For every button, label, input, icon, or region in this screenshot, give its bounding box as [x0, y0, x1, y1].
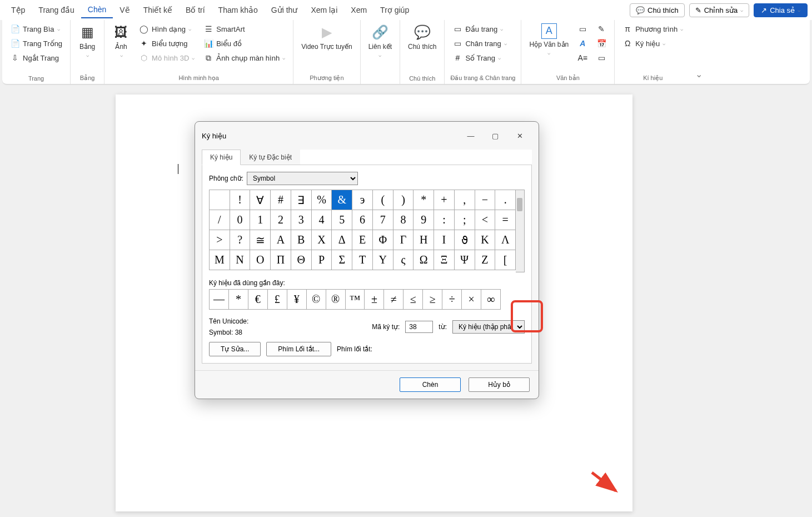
- symbol-cell[interactable]: 2: [271, 210, 291, 230]
- tab-insert[interactable]: Chèn: [81, 2, 113, 18]
- symbol-cell[interactable]: .: [495, 190, 516, 210]
- recent-symbol-cell[interactable]: ÷: [442, 290, 462, 310]
- quickparts-button[interactable]: ▭: [575, 22, 590, 36]
- shapes-button[interactable]: ◯Hình dạng: [137, 22, 197, 36]
- screenshot-button[interactable]: ⧉Ảnh chụp màn hình: [201, 51, 287, 64]
- symbol-cell[interactable]: 5: [332, 210, 352, 230]
- symbol-cell[interactable]: 6: [352, 210, 373, 230]
- from-select[interactable]: Ký hiệu (thập phân): [452, 320, 525, 334]
- symbol-cell[interactable]: *: [414, 190, 434, 210]
- recent-symbol-cell[interactable]: ≤: [403, 290, 423, 310]
- symbol-cell[interactable]: 0: [230, 210, 251, 230]
- symbol-button[interactable]: ΩKý hiệu: [620, 37, 685, 50]
- share-button[interactable]: ↗Chia sẻ: [754, 3, 808, 17]
- comment-button[interactable]: 💬Chú thích: [406, 22, 439, 52]
- symbol-cell[interactable]: Ξ: [434, 250, 455, 270]
- recent-symbol-cell[interactable]: ™: [346, 290, 365, 310]
- symbol-cell[interactable]: ,: [455, 190, 475, 210]
- symbol-cell[interactable]: Ν: [230, 250, 251, 270]
- wordart-button[interactable]: A: [575, 37, 590, 50]
- recent-symbol-cell[interactable]: ≥: [423, 290, 442, 310]
- page-break-button[interactable]: ⇩Ngắt Trang: [8, 51, 64, 64]
- symbol-cell[interactable]: Η: [414, 230, 434, 250]
- maximize-button[interactable]: ▢: [483, 127, 507, 144]
- symbol-cell[interactable]: ;: [455, 210, 475, 230]
- symbol-cell[interactable]: %: [312, 190, 332, 210]
- symbol-cell[interactable]: [: [495, 250, 516, 270]
- symbol-cell[interactable]: Ρ: [312, 250, 332, 270]
- symbol-scrollbar[interactable]: [516, 190, 525, 272]
- recent-symbol-cell[interactable]: —: [210, 290, 229, 310]
- symbol-cell[interactable]: ≅: [250, 230, 271, 250]
- object-button[interactable]: ▭: [594, 51, 609, 64]
- recent-symbol-cell[interactable]: ≠: [384, 290, 403, 310]
- tab-symbols[interactable]: Ký hiệu: [202, 150, 241, 165]
- cancel-button[interactable]: Hủy bỏ: [469, 377, 530, 392]
- symbol-cell[interactable]: !: [230, 190, 251, 210]
- icons-button[interactable]: ✦Biểu tượng: [137, 37, 197, 50]
- symbol-cell[interactable]: [210, 190, 230, 210]
- equation-button[interactable]: πPhương trình: [620, 22, 685, 36]
- link-button[interactable]: 🔗Liên kết: [366, 22, 394, 59]
- datetime-button[interactable]: 📅: [594, 37, 609, 50]
- symbol-cell[interactable]: Μ: [210, 250, 230, 270]
- insert-button[interactable]: Chèn: [400, 377, 461, 392]
- tab-design[interactable]: Thiết kế: [137, 2, 179, 18]
- symbol-cell[interactable]: Θ: [291, 250, 312, 270]
- recent-symbol-cell[interactable]: ¥: [287, 290, 307, 310]
- dropcap-button[interactable]: A≡: [575, 51, 590, 64]
- symbol-cell[interactable]: Φ: [373, 230, 393, 250]
- close-button[interactable]: ✕: [507, 127, 532, 144]
- symbol-cell[interactable]: :: [434, 210, 455, 230]
- symbol-cell[interactable]: 8: [393, 210, 414, 230]
- smartart-button[interactable]: ☰SmartArt: [201, 22, 287, 36]
- symbol-cell[interactable]: Β: [291, 230, 312, 250]
- symbol-cell[interactable]: Γ: [393, 230, 414, 250]
- recent-symbol-cell[interactable]: *: [229, 290, 248, 310]
- symbol-cell[interactable]: (: [373, 190, 393, 210]
- recent-symbol-cell[interactable]: ×: [462, 290, 481, 310]
- ribbon-collapse[interactable]: ⌄: [691, 20, 706, 84]
- chart-button[interactable]: 📊Biểu đồ: [201, 37, 287, 50]
- symbol-cell[interactable]: 1: [250, 210, 271, 230]
- symbol-cell[interactable]: Ω: [414, 250, 434, 270]
- comments-button[interactable]: 💬Chú thích: [630, 3, 685, 17]
- 3dmodels-button[interactable]: ⬡Mô hình 3D: [137, 51, 197, 64]
- symbol-cell[interactable]: &: [332, 190, 352, 210]
- symbol-cell[interactable]: Κ: [475, 230, 496, 250]
- symbol-cell[interactable]: =: [495, 210, 516, 230]
- footer-button[interactable]: ▭Chân trang: [450, 37, 509, 50]
- autocorrect-button[interactable]: Tự Sửa...: [209, 342, 261, 356]
- tab-file[interactable]: Tệp: [4, 2, 32, 18]
- charcode-input[interactable]: [405, 321, 433, 333]
- tab-layout[interactable]: Bố trí: [179, 2, 212, 18]
- tab-special-chars[interactable]: Ký tự Đặc biệt: [241, 150, 300, 165]
- tab-draw[interactable]: Vẽ: [113, 2, 136, 18]
- symbol-cell[interactable]: Π: [271, 250, 291, 270]
- symbol-cell[interactable]: Υ: [373, 250, 393, 270]
- symbol-cell[interactable]: Τ: [352, 250, 373, 270]
- symbol-cell[interactable]: 4: [312, 210, 332, 230]
- tab-references[interactable]: Tham khảo: [212, 2, 265, 18]
- recent-symbol-cell[interactable]: £: [268, 290, 287, 310]
- symbol-cell[interactable]: Ψ: [455, 250, 475, 270]
- symbol-cell[interactable]: Ο: [250, 250, 271, 270]
- symbol-cell[interactable]: ?: [230, 230, 251, 250]
- symbol-cell[interactable]: Λ: [495, 230, 516, 250]
- symbol-cell[interactable]: −: [475, 190, 496, 210]
- tab-view[interactable]: Xem: [344, 2, 373, 18]
- tab-help[interactable]: Trợ giúp: [373, 2, 416, 18]
- recent-symbol-cell[interactable]: ∞: [481, 290, 501, 310]
- symbol-cell[interactable]: ): [393, 190, 414, 210]
- symbol-cell[interactable]: >: [210, 230, 230, 250]
- symbol-cell[interactable]: 9: [414, 210, 434, 230]
- pictures-button[interactable]: 🖼Ảnh: [110, 22, 132, 59]
- textbox-button[interactable]: AHộp Văn bản: [527, 22, 571, 57]
- symbol-cell[interactable]: Α: [271, 230, 291, 250]
- table-button[interactable]: ▦Bảng: [76, 22, 98, 59]
- editing-button[interactable]: ✎Chỉnh sửa: [689, 3, 749, 17]
- symbol-cell[interactable]: /: [210, 210, 230, 230]
- minimize-button[interactable]: —: [459, 127, 483, 144]
- font-select[interactable]: Symbol: [247, 172, 358, 185]
- symbol-cell[interactable]: 3: [291, 210, 312, 230]
